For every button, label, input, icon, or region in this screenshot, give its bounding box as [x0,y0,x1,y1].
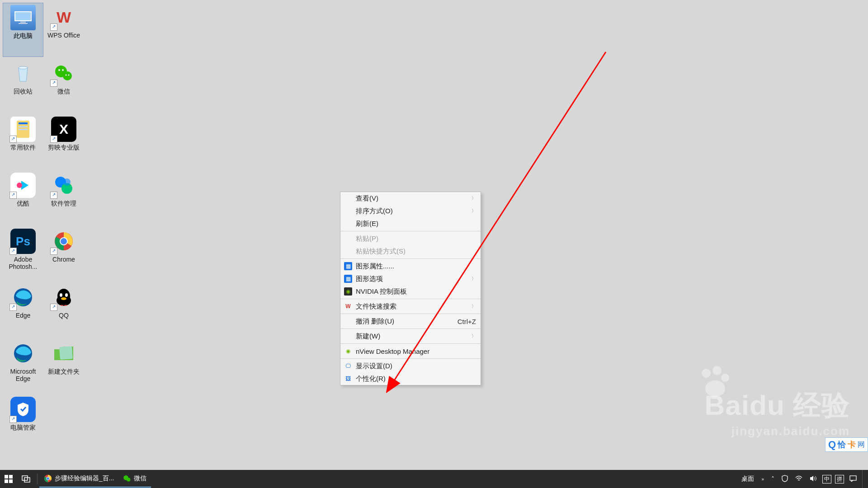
svg-rect-12 [19,126,28,127]
svg-rect-11 [19,122,28,124]
icon-chrome[interactable]: Chrome [43,227,84,281]
system-tray: 桌面 » ˄ 中 拼 [740,470,868,488]
tray-security-icon[interactable] [780,475,790,483]
icon-youku[interactable]: 优酷 [3,171,43,225]
task-view-button[interactable] [17,470,35,488]
icon-label: 回收站 [14,88,33,95]
corner-logo-qiaqa: Q 恰卡网 [825,437,868,452]
watermark-baidu: Baidu 经验 jingyan.baidu.com [705,386,850,438]
menu-graphics-properties[interactable]: ▦图形属性...... [340,260,481,272]
menu-nvidia-control-panel[interactable]: ◉NVIDIA 控制面板 [340,285,481,298]
svg-rect-37 [9,479,13,483]
menu-file-quicksearch[interactable]: W文件快速搜索〉 [340,300,481,313]
icon-pc-guard[interactable]: 电脑管家 [3,395,43,449]
svg-point-32 [721,374,729,382]
icon-microsoft-edge[interactable]: Microsoft Edge [3,339,43,393]
svg-point-25 [65,293,68,297]
monitor-icon: 🖵 [344,362,352,370]
menu-separator [340,358,481,359]
chrome-icon [44,474,52,483]
desktop[interactable]: 此电脑 W WPS Office 回收站 微信 常用软件 X 剪映专业版 优酷 [0,0,868,470]
icon-label: QQ [59,312,69,319]
icon-edge[interactable]: Edge [3,283,43,337]
menu-display-settings[interactable]: 🖵显示设置(D) [340,360,481,372]
icon-label: 常用软件 [10,144,36,151]
svg-rect-39 [24,478,30,482]
tray-desktop-label[interactable]: 桌面 [740,475,756,483]
personalize-icon: 🖼 [344,375,352,383]
svg-point-24 [60,293,62,297]
tray-notifications-icon[interactable] [848,475,859,483]
icon-label: Edge [16,312,31,319]
nvidia-icon: ◉ [344,287,352,296]
menu-undo-delete[interactable]: 撤消 删除(U)Ctrl+Z [340,315,481,328]
submenu-arrow-icon: 〉 [472,303,476,310]
icon-qq[interactable]: QQ [43,283,84,337]
tray-wifi-icon[interactable] [793,475,804,483]
menu-graphics-options[interactable]: ▦图形选项〉 [340,272,481,285]
svg-rect-0 [15,12,31,21]
taskbar-separator [37,474,38,484]
menu-nview-desktop-manager[interactable]: ◉nView Desktop Manager [340,345,481,357]
icon-software-manager[interactable]: 软件管理 [43,171,84,225]
svg-rect-45 [850,476,856,480]
submenu-arrow-icon: 〉 [472,333,476,339]
icon-label: Chrome [52,256,75,263]
icon-common-software[interactable]: 常用软件 [3,115,43,169]
icon-this-pc[interactable]: 此电脑 [3,3,43,57]
taskbar: 步骤经验编辑器_百... 微信 桌面 » ˄ 中 拼 [0,470,868,488]
icon-wechat[interactable]: 微信 [43,59,84,113]
svg-point-7 [62,69,64,71]
taskbar-task-chrome[interactable]: 步骤经验编辑器_百... [39,470,118,488]
svg-rect-35 [9,475,13,479]
icon-label: 新建文件夹 [48,368,80,375]
menu-view[interactable]: 查看(V)〉 [340,192,481,205]
tray-chevron-icon[interactable]: ˄ [769,475,776,483]
icon-new-folder[interactable]: 新建文件夹 [43,339,84,393]
icon-label: 此电脑 [14,32,33,39]
submenu-arrow-icon: 〉 [472,195,476,202]
tray-ime-indicator-2[interactable]: 拼 [835,475,844,483]
menu-personalize[interactable]: 🖼个性化(R) [340,372,481,385]
icon-photoshop[interactable]: Ps Adobe Photosh... [3,227,43,281]
menu-paste-shortcut: 粘贴快捷方式(S) [340,245,481,258]
menu-paste: 粘贴(P) [340,232,481,245]
svg-point-17 [63,178,71,186]
svg-rect-1 [20,22,26,23]
tray-ime-indicator[interactable]: 中 [822,475,831,483]
menu-separator [340,328,481,329]
svg-rect-34 [5,475,8,479]
menu-separator [340,314,481,314]
start-button[interactable] [0,470,17,488]
tray-volume-icon[interactable] [808,475,819,483]
show-desktop-button[interactable] [862,470,866,488]
icon-jianying[interactable]: X 剪映专业版 [43,115,84,169]
icon-label: WPS Office [47,32,80,39]
wechat-icon [123,474,131,483]
intel-icon: ▦ [344,262,352,270]
tray-overflow-icon[interactable]: » [760,477,766,482]
icon-label: Adobe Photosh... [4,256,42,270]
svg-point-31 [712,366,722,375]
submenu-arrow-icon: 〉 [472,276,476,282]
menu-new[interactable]: 新建(W)〉 [340,330,481,343]
menu-separator [340,343,481,344]
svg-point-44 [127,478,131,481]
svg-point-23 [57,295,71,306]
svg-point-26 [61,297,66,300]
svg-point-9 [68,75,70,76]
svg-rect-36 [5,479,8,483]
icon-recycle-bin[interactable]: 回收站 [3,59,43,113]
submenu-arrow-icon: 〉 [472,208,476,214]
menu-sort[interactable]: 排序方式(O)〉 [340,205,481,217]
menu-refresh[interactable]: 刷新(E) [340,217,481,230]
svg-rect-13 [19,129,28,130]
icon-wps-office[interactable]: W WPS Office [43,3,84,57]
svg-rect-28 [59,346,73,360]
icon-label: Microsoft Edge [4,368,42,382]
taskbar-task-wechat[interactable]: 微信 [118,470,151,488]
icon-label: 微信 [57,88,70,95]
icon-label: 软件管理 [51,200,76,207]
svg-point-30 [702,369,711,378]
logo-q-icon: Q [828,439,836,450]
